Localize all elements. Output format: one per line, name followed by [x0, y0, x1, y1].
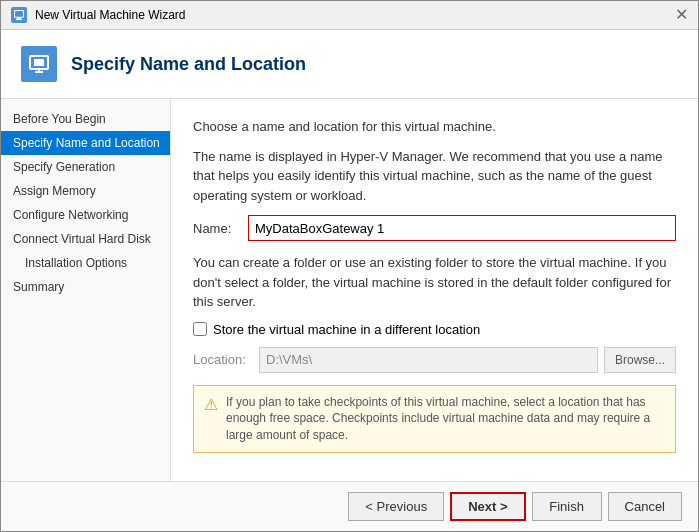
wizard-body: Before You Begin Specify Name and Locati…: [1, 99, 698, 481]
cancel-button[interactable]: Cancel: [608, 492, 682, 521]
wizard-footer: < Previous Next > Finish Cancel: [1, 481, 698, 531]
sidebar-item-specify-generation[interactable]: Specify Generation: [1, 155, 170, 179]
next-button[interactable]: Next >: [450, 492, 525, 521]
title-bar-left: New Virtual Machine Wizard: [11, 7, 186, 23]
location-input[interactable]: [259, 347, 598, 373]
name-label: Name:: [193, 221, 248, 236]
location-row: Location: Browse...: [193, 347, 676, 373]
finish-button[interactable]: Finish: [532, 492, 602, 521]
wizard-window: New Virtual Machine Wizard ✕ Specify Nam…: [0, 0, 699, 532]
sidebar-item-configure-networking[interactable]: Configure Networking: [1, 203, 170, 227]
location-text: You can create a folder or use an existi…: [193, 253, 676, 312]
title-bar: New Virtual Machine Wizard ✕: [1, 1, 698, 30]
svg-rect-0: [15, 11, 24, 18]
window-title: New Virtual Machine Wizard: [35, 8, 186, 22]
store-location-label: Store the virtual machine in a different…: [213, 322, 480, 337]
sidebar: Before You Begin Specify Name and Locati…: [1, 99, 171, 481]
previous-button[interactable]: < Previous: [348, 492, 444, 521]
browse-button[interactable]: Browse...: [604, 347, 676, 373]
sidebar-item-assign-memory[interactable]: Assign Memory: [1, 179, 170, 203]
wizard-header-title: Specify Name and Location: [71, 54, 306, 75]
name-row: Name:: [193, 215, 676, 241]
sidebar-item-connect-vhd[interactable]: Connect Virtual Hard Disk: [1, 227, 170, 251]
close-button[interactable]: ✕: [675, 7, 688, 23]
sidebar-item-summary[interactable]: Summary: [1, 275, 170, 299]
warning-icon: ⚠: [204, 395, 218, 414]
intro-text: Choose a name and location for this virt…: [193, 117, 676, 137]
sidebar-item-installation-options[interactable]: Installation Options: [1, 251, 170, 275]
location-label: Location:: [193, 352, 253, 367]
name-input[interactable]: [248, 215, 676, 241]
warning-text: If you plan to take checkpoints of this …: [226, 394, 665, 444]
window-icon: [11, 7, 27, 23]
warning-box: ⚠ If you plan to take checkpoints of thi…: [193, 385, 676, 453]
sidebar-item-before-you-begin[interactable]: Before You Begin: [1, 107, 170, 131]
main-content: Choose a name and location for this virt…: [171, 99, 698, 481]
store-location-row: Store the virtual machine in a different…: [193, 322, 676, 337]
wizard-header-icon: [21, 46, 57, 82]
sidebar-item-specify-name[interactable]: Specify Name and Location: [1, 131, 170, 155]
svg-rect-4: [34, 59, 44, 66]
store-location-checkbox[interactable]: [193, 322, 207, 336]
wizard-header: Specify Name and Location: [1, 30, 698, 99]
detail-text: The name is displayed in Hyper-V Manager…: [193, 147, 676, 206]
